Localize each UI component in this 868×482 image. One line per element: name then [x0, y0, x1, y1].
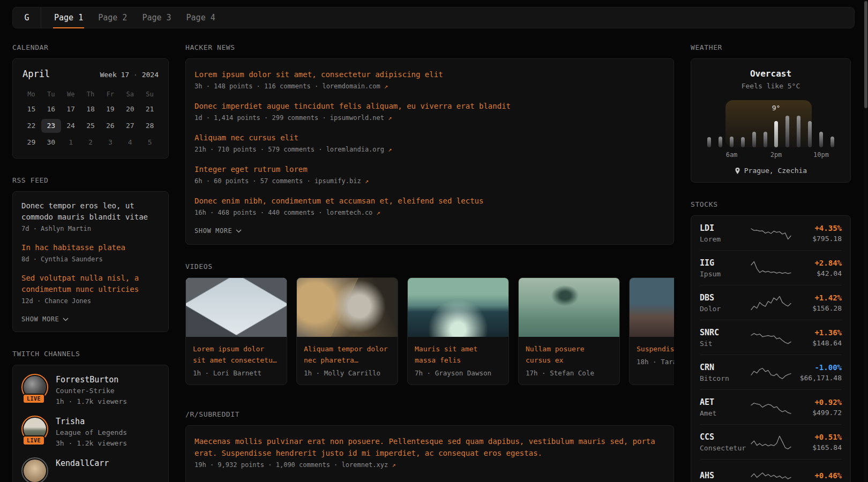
news-title-link[interactable]: Lorem ipsum dolor sit amet, consectetur …	[194, 69, 665, 80]
weekday-label: Sa	[120, 89, 140, 100]
video-card[interactable]: Lorem ipsum dolor sit amet consectetu… 1…	[185, 277, 287, 385]
stock-id: SNRCSit	[700, 328, 749, 348]
video-title: Suspendisse diam	[637, 343, 674, 355]
hacker-news-card: Lorem ipsum dolor sit amet, consectetur …	[185, 58, 674, 245]
stock-row[interactable]: IIGIpsum +2.84%$42.04	[700, 250, 842, 285]
stock-id: CRNBitcorn	[700, 363, 749, 382]
tab-page-2[interactable]: Page 2	[97, 7, 128, 28]
video-thumbnail	[519, 278, 619, 337]
weekday-label: We	[61, 89, 81, 100]
news-meta: 3h · 148 points · 116 comments · loremdo…	[194, 81, 665, 92]
news-title-link[interactable]: Integer eget rutrum lorem	[194, 163, 665, 175]
external-link-icon: ↗	[365, 177, 369, 185]
rss-item-meta: 12d · Chance Jones	[21, 296, 160, 306]
news-title-link[interactable]: Donec enim nibh, condimentum et accumsan…	[194, 195, 665, 207]
time-label: 6am	[726, 151, 738, 159]
subreddit-post-link[interactable]: Maecenas mollis pulvinar erat non posuer…	[194, 435, 665, 459]
rss-show-more-button[interactable]: SHOW MORE	[21, 315, 69, 323]
weather-bar	[808, 121, 812, 147]
twitch-channel-name: KendallCarr	[56, 458, 109, 468]
video-thumbnail	[408, 278, 508, 337]
twitch-channel-name: Trisha	[56, 417, 127, 426]
hacker-news-widget-label: HACKER NEWS	[185, 43, 674, 51]
rss-item-meta: 7d · Ashlyn Martin	[21, 224, 160, 234]
calendar-year: 2024	[142, 71, 159, 79]
stocks-widget-label: STOCKS	[691, 200, 851, 208]
news-show-more-button[interactable]: SHOW MORE	[194, 227, 242, 235]
weather-bar	[764, 132, 767, 147]
subreddit-post-meta: 19h · 9,932 points · 1,090 comments · lo…	[194, 460, 665, 470]
external-link-icon: ↗	[377, 209, 380, 216]
video-card-body: Lorem ipsum dolor sit amet consectetu… 1…	[186, 337, 287, 385]
stock-sparkline	[749, 224, 793, 243]
stock-id: LDILorem	[700, 223, 749, 243]
stock-row[interactable]: AETAmet +0.92%$499.72	[700, 389, 842, 424]
top-nav: G Page 1 Page 2 Page 3 Page 4	[12, 7, 855, 28]
stock-row[interactable]: SNRCSit +1.36%$148.64	[700, 320, 842, 355]
time-label: 2pm	[770, 151, 782, 159]
stock-row[interactable]: AHS +0.46%	[700, 459, 842, 482]
twitch-channel[interactable]: LIVE Trisha League of Legends 3h · 1.2k …	[21, 416, 160, 449]
stock-symbol: DBS	[700, 293, 749, 303]
calendar-day-next-month: 4	[120, 135, 140, 149]
video-card[interactable]: Suspendisse diam 18h · Tara	[629, 277, 674, 385]
stock-symbol: AHS	[700, 471, 749, 480]
stock-change: +0.46%	[793, 471, 842, 480]
twitch-channel-info: KendallCarr	[56, 457, 109, 482]
video-meta: 1h · Lori Barnett	[193, 369, 280, 377]
rss-item-link[interactable]: Sed volutpat nulla nisl, a condimentum n…	[21, 273, 160, 295]
tab-page-3[interactable]: Page 3	[141, 7, 172, 28]
video-thumbnail	[630, 278, 674, 337]
avatar-photo	[24, 460, 46, 482]
twitch-channel[interactable]: LIVE ForrestBurton Counter-Strike 1h · 1…	[21, 374, 160, 407]
news-meta: 21h · 710 points · 579 comments · loreml…	[194, 144, 665, 155]
rss-item-link[interactable]: Donec tempor eros leo, ut commodo mauris…	[21, 200, 160, 223]
calendar-day: 26	[100, 119, 120, 133]
video-card[interactable]: Nullam posuere cursus ex 17h · Stefan Co…	[518, 277, 620, 385]
stock-row[interactable]: CRNBitcorn -1.00%$66,171.48	[700, 355, 842, 389]
rss-item-link[interactable]: In hac habitasse platea	[21, 242, 160, 253]
calendar-day: 15	[21, 102, 41, 116]
weather-bar	[819, 132, 823, 147]
news-item: Aliquam nec cursus elit 21h · 710 points…	[194, 132, 665, 155]
stock-row[interactable]: CCSConsectetur +0.51%$165.84	[700, 424, 842, 459]
right-column: WEATHER Overcast Feels like 5°C 9° 6am 2…	[691, 43, 851, 482]
weather-location: Prague, Czechia	[702, 167, 840, 175]
calendar-header: April Week 17 · 2024	[21, 67, 160, 79]
scrollbar-thumb[interactable]	[864, 1, 867, 108]
stock-name: Sit	[700, 340, 749, 348]
subreddit-widget: /R/SUBREDDIT Maecenas mollis pulvinar er…	[185, 410, 674, 482]
live-badge: LIVE	[23, 394, 45, 404]
tab-page-4[interactable]: Page 4	[185, 7, 216, 28]
app-logo[interactable]: G	[13, 7, 41, 28]
calendar-widget: CALENDAR April Week 17 · 2024 Mo Tu We T…	[12, 43, 169, 159]
calendar-card: April Week 17 · 2024 Mo Tu We Th Fr Sa S…	[12, 58, 169, 159]
video-card-body: Mauris sit amet massa felis 7h · Grayson…	[408, 337, 508, 385]
calendar-day-selected: 23	[41, 119, 61, 133]
video-card[interactable]: Aliquam tempor dolor nec pharetra… 1h · …	[296, 277, 398, 385]
avatar-ring	[21, 457, 48, 482]
stock-price: $66,171.48	[793, 374, 842, 382]
tab-page-1[interactable]: Page 1	[53, 7, 84, 28]
weather-bar	[752, 132, 756, 147]
stock-symbol: AET	[700, 397, 749, 407]
news-item: Integer eget rutrum lorem 6h · 60 points…	[194, 163, 665, 186]
stock-price: $42.04	[793, 269, 842, 277]
stock-row[interactable]: DBSDolor +1.42%$156.28	[700, 285, 842, 320]
stock-row[interactable]: LDILorem +4.35%$795.18	[700, 216, 842, 250]
weather-bar	[741, 137, 745, 147]
weather-feels-like: Feels like 5°C	[702, 82, 840, 90]
news-title-link[interactable]: Aliquam nec cursus elit	[194, 132, 665, 144]
video-meta: 1h · Molly Carrillo	[304, 369, 391, 377]
left-column: CALENDAR April Week 17 · 2024 Mo Tu We T…	[12, 43, 169, 482]
stock-name: Consectetur	[700, 444, 749, 452]
avatar: LIVE	[21, 416, 48, 442]
news-title-link[interactable]: Donec imperdiet augue tincidunt felis al…	[194, 100, 665, 112]
page-scrollbar[interactable]	[864, 0, 867, 482]
video-card[interactable]: Mauris sit amet massa felis 7h · Grayson…	[407, 277, 509, 385]
external-link-icon: ↗	[388, 114, 392, 122]
twitch-channel[interactable]: KendallCarr	[21, 457, 160, 482]
calendar-day: 28	[140, 119, 160, 133]
stock-name: Bitcorn	[700, 374, 749, 382]
video-title: Aliquam tempor dolor nec pharetra…	[304, 343, 391, 366]
